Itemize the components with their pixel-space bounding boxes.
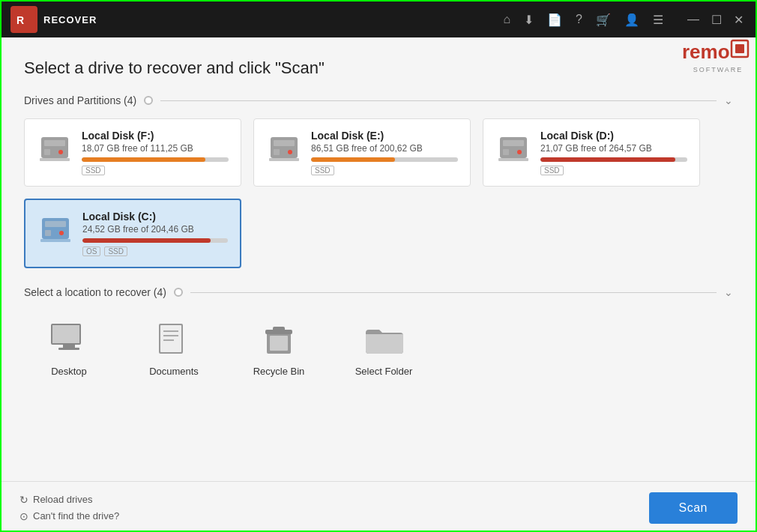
drive-tag: SSD — [540, 166, 564, 175]
drive-tag: SSD — [82, 166, 105, 175]
drives-section-header: Drives and Partitions (4) ⌄ — [24, 94, 733, 106]
svg-rect-7 — [44, 149, 50, 155]
location-card-folder[interactable]: Select Folder — [339, 310, 429, 387]
location-circle — [174, 288, 183, 297]
drive-progress-fill — [82, 238, 211, 243]
location-section-header: Select a location to recover (4) ⌄ — [24, 286, 733, 298]
location-card-recycle[interactable]: Recycle Bin — [234, 310, 324, 387]
scan-button[interactable]: Scan — [649, 492, 738, 524]
location-icon-desktop — [48, 321, 90, 360]
drive-progress-bg — [540, 157, 687, 162]
svg-rect-4 — [735, 44, 744, 53]
svg-rect-6 — [44, 140, 65, 146]
home-icon[interactable]: ⌂ — [503, 13, 510, 26]
drive-icon — [37, 211, 73, 247]
location-card-documents[interactable]: Documents — [129, 310, 219, 387]
svg-rect-17 — [503, 149, 509, 155]
cant-find-link[interactable]: ⊙ Can't find the drive? — [19, 510, 119, 522]
drive-card-3[interactable]: Local Disk (C:) 24,52 GB free of 204,46 … — [24, 199, 241, 268]
title-bar-left: R RECOVER — [10, 6, 97, 33]
location-label: Recycle Bin — [253, 366, 305, 377]
svg-rect-14 — [269, 158, 299, 161]
app-title: RECOVER — [43, 14, 97, 25]
location-label: Desktop — [51, 366, 87, 377]
title-bar: R RECOVER ⌂ ⬇ 📄 ? 🛒 👤 ☰ — ☐ ✕ — [1, 1, 756, 37]
reload-icon: ↻ — [19, 494, 28, 506]
file-icon[interactable]: 📄 — [547, 13, 562, 27]
drive-progress-bg — [311, 157, 458, 162]
location-chevron-icon[interactable]: ⌄ — [724, 286, 733, 298]
drive-icon — [495, 130, 531, 166]
drive-tags: SSD — [82, 166, 229, 175]
location-section-title: Select a location to recover (4) — [24, 286, 166, 298]
drive-space: 21,07 GB free of 264,57 GB — [540, 143, 687, 154]
drive-progress-fill — [82, 157, 205, 162]
user-icon[interactable]: 👤 — [624, 13, 639, 27]
drive-tag: OS — [82, 247, 100, 256]
main-content: remo SOFTWARE Select a drive to recover … — [1, 37, 756, 481]
svg-text:remo: remo — [682, 40, 730, 63]
cant-find-label: Can't find the drive? — [33, 510, 119, 522]
location-line — [190, 292, 717, 293]
svg-rect-24 — [40, 239, 70, 242]
drive-card-inner: Local Disk (F:) 18,07 GB free of 111,25 … — [37, 130, 229, 175]
location-icon-folder — [363, 321, 405, 360]
drive-space: 24,52 GB free of 204,46 GB — [82, 224, 228, 235]
drives-section-title: Drives and Partitions (4) — [24, 94, 136, 106]
drive-name: Local Disk (D:) — [540, 130, 687, 142]
window-controls: — ☐ ✕ — [684, 13, 747, 27]
page-title: Select a drive to recover and click "Sca… — [24, 58, 733, 78]
drive-tags: SSD — [540, 166, 687, 175]
location-icon-documents — [153, 321, 195, 360]
close-button[interactable]: ✕ — [731, 13, 747, 27]
drive-icon — [266, 130, 302, 166]
drive-icon — [37, 130, 73, 166]
drive-progress-fill — [311, 157, 395, 162]
location-label: Documents — [149, 366, 199, 377]
svg-rect-30 — [160, 325, 181, 352]
svg-rect-22 — [45, 230, 51, 236]
svg-point-18 — [517, 150, 522, 154]
svg-point-13 — [288, 150, 292, 154]
drives-chevron-icon[interactable]: ⌄ — [724, 94, 733, 106]
location-icon-recycle — [258, 321, 300, 360]
maximize-button[interactable]: ☐ — [708, 13, 725, 27]
drive-card-1[interactable]: Local Disk (E:) 86,51 GB free of 200,62 … — [253, 118, 471, 187]
download-icon[interactable]: ⬇ — [524, 13, 534, 27]
app-logo: R — [10, 6, 37, 33]
drive-info: Local Disk (E:) 86,51 GB free of 200,62 … — [311, 130, 458, 175]
drive-name: Local Disk (E:) — [311, 130, 458, 142]
title-bar-icons: ⌂ ⬇ 📄 ? 🛒 👤 ☰ — ☐ ✕ — [503, 13, 747, 27]
menu-icon[interactable]: ☰ — [653, 13, 663, 27]
svg-rect-37 — [273, 327, 285, 331]
drive-name: Local Disk (F:) — [82, 130, 229, 142]
bottom-left: ↻ Reload drives ⊙ Can't find the drive? — [19, 494, 119, 522]
drive-card-2[interactable]: Local Disk (D:) 21,07 GB free of 264,57 … — [483, 118, 700, 187]
drive-info: Local Disk (C:) 24,52 GB free of 204,46 … — [82, 211, 228, 256]
cart-icon[interactable]: 🛒 — [596, 13, 611, 27]
svg-rect-27 — [63, 345, 75, 348]
svg-point-8 — [58, 150, 63, 154]
minimize-button[interactable]: — — [684, 13, 702, 27]
drive-card-inner: Local Disk (C:) 24,52 GB free of 204,46 … — [37, 211, 228, 256]
reload-label: Reload drives — [33, 494, 93, 505]
svg-rect-28 — [58, 348, 79, 350]
drive-info: Local Disk (D:) 21,07 GB free of 264,57 … — [540, 130, 687, 175]
drives-line — [160, 100, 717, 101]
location-label: Select Folder — [355, 366, 413, 377]
reload-drives-link[interactable]: ↻ Reload drives — [19, 494, 119, 506]
svg-rect-35 — [270, 336, 288, 351]
drive-info: Local Disk (F:) 18,07 GB free of 111,25 … — [82, 130, 229, 175]
remo-logo: remo SOFTWARE — [681, 37, 756, 73]
help-icon[interactable]: ? — [576, 13, 582, 26]
svg-rect-26 — [52, 325, 79, 343]
drive-tag: SSD — [311, 166, 334, 175]
drive-card-0[interactable]: Local Disk (F:) 18,07 GB free of 111,25 … — [24, 118, 241, 187]
drive-progress-bg — [82, 238, 228, 243]
location-card-desktop[interactable]: Desktop — [24, 310, 114, 387]
drive-name: Local Disk (C:) — [82, 211, 228, 223]
svg-rect-21 — [45, 221, 66, 227]
drive-progress-bg — [82, 157, 229, 162]
svg-point-23 — [59, 231, 64, 235]
location-grid: Desktop Documents Recycle Bin Select Fol… — [24, 310, 733, 387]
